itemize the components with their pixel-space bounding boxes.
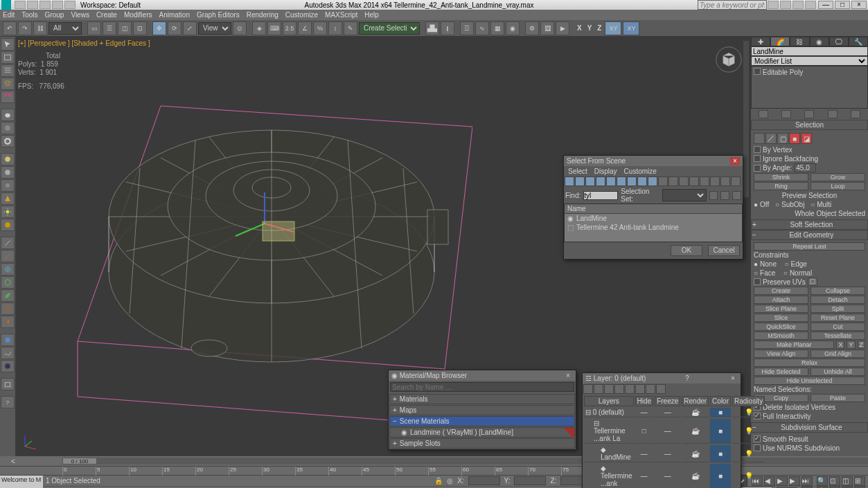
layer-col-hide[interactable]: Hide xyxy=(635,396,654,406)
layer-row-tellermine-la[interactable]: ⊟ Tellermine ...ank La□—☕■💡 xyxy=(584,419,765,444)
open-icon[interactable] xyxy=(27,1,38,9)
time-prev-icon[interactable]: < xyxy=(11,458,21,465)
menu-grapheditors[interactable]: Graph Editors xyxy=(197,11,240,19)
preview-subobj-radio[interactable]: SubObj xyxy=(781,201,804,208)
viewport-scrollbar[interactable] xyxy=(743,41,749,197)
menu-group[interactable]: Group xyxy=(45,11,64,19)
layer-close-button[interactable]: × xyxy=(728,374,738,383)
select-move-button[interactable]: ✥ xyxy=(152,21,166,35)
menu-rendering[interactable]: Rendering xyxy=(247,11,278,19)
constraint-face[interactable]: Face xyxy=(760,269,775,277)
snap-toggle-button[interactable]: 2.5 xyxy=(283,21,296,35)
pivot-button[interactable]: ⊙ xyxy=(233,21,247,35)
menu-edit[interactable]: Edit xyxy=(3,11,15,19)
named-selection-select[interactable]: Create Selection S xyxy=(359,22,420,35)
sfs-filter-space-icon[interactable] xyxy=(617,177,626,186)
layer-highlight-icon[interactable] xyxy=(625,384,635,394)
sfs-tb16[interactable] xyxy=(720,177,730,186)
flame-icon[interactable] xyxy=(1,316,15,328)
favorite-icon[interactable] xyxy=(780,1,791,9)
preserve-uv-settings[interactable]: ☐ xyxy=(808,278,817,286)
layer-row-tellermine-ank[interactable]: ◆ Tellermine ...ank——☕■💡 xyxy=(584,464,765,488)
layer-freeze-icon[interactable] xyxy=(646,384,655,394)
show-end-button[interactable] xyxy=(781,110,791,118)
view-cube-icon[interactable] xyxy=(714,45,743,74)
time-slider-handle[interactable]: 0 / 100 xyxy=(62,458,97,464)
sfs-filter-cam-icon[interactable] xyxy=(596,177,605,186)
sfs-filter-xref-icon[interactable] xyxy=(637,177,647,186)
layer-col-render[interactable]: Render xyxy=(682,396,709,406)
wand-icon[interactable] xyxy=(1,237,15,249)
view-align-button[interactable]: View Align xyxy=(754,350,808,358)
manipulate-button[interactable]: ◈ xyxy=(252,21,266,35)
subobj-border-icon[interactable]: ▢ xyxy=(777,133,788,144)
menu-help[interactable]: Help xyxy=(364,11,379,19)
sfs-tb17[interactable] xyxy=(731,177,741,186)
save-icon[interactable] xyxy=(39,1,51,9)
sfs-menu-customize[interactable]: Customize xyxy=(624,168,657,175)
angle-snap-button[interactable]: ∠ xyxy=(298,21,312,35)
pin-stack-button[interactable] xyxy=(759,110,768,118)
menu-tools[interactable]: Tools xyxy=(21,11,37,19)
sfs-cancel-button[interactable]: Cancel xyxy=(708,245,740,256)
help-icon[interactable] xyxy=(805,1,816,9)
minimize-button[interactable]: — xyxy=(818,1,833,9)
lock-icon[interactable]: 🔒 xyxy=(434,477,443,485)
by-angle-check[interactable] xyxy=(754,165,761,172)
menu-maxscript[interactable]: MAXScript xyxy=(325,11,357,19)
paste-named-button[interactable]: Paste xyxy=(811,394,865,402)
sfs-filter-light-icon[interactable] xyxy=(585,177,595,186)
align-button[interactable]: ⫿ xyxy=(441,21,454,35)
sfs-menu-select[interactable]: Select xyxy=(568,168,587,175)
planar-z[interactable]: Z xyxy=(858,341,866,349)
subobj-vertex-icon[interactable]: ⋮ xyxy=(754,133,765,144)
sfs-filter-helper-icon[interactable] xyxy=(606,177,616,186)
make-planar-button[interactable]: Make Planar xyxy=(754,341,834,349)
nav-fov-icon[interactable]: ◫ xyxy=(842,476,853,486)
repeat-last-button[interactable]: Repeat Last xyxy=(754,242,865,251)
sfs-list[interactable]: Name ◉LandMine ⬚Tellermine 42 Anti-tank … xyxy=(564,204,743,242)
layer-del-icon[interactable] xyxy=(594,384,603,394)
layers-icon[interactable] xyxy=(1,78,15,90)
sfs-row-landmine[interactable]: ◉LandMine xyxy=(565,214,742,223)
collapse-button[interactable]: Collapse xyxy=(811,287,865,295)
sfs-tb13[interactable] xyxy=(689,177,699,186)
nav-zoomall-icon[interactable]: ⊡ xyxy=(829,476,840,486)
reset-plane-button[interactable]: Reset Plane xyxy=(811,314,865,322)
sun-icon[interactable] xyxy=(1,206,15,218)
loop-button[interactable]: Loop xyxy=(811,182,865,190)
next-frame-icon[interactable]: ▶ xyxy=(789,476,800,486)
rollout-selection[interactable]: Selection xyxy=(751,120,868,130)
sfs-tb12[interactable] xyxy=(679,177,689,186)
render-button[interactable]: ▶ xyxy=(556,21,569,35)
layer-col-radiosity[interactable]: Radiosity xyxy=(732,396,765,406)
cone-icon[interactable] xyxy=(1,192,15,205)
rectangle-sel-icon[interactable] xyxy=(1,51,15,64)
curve-icon[interactable] xyxy=(1,347,15,359)
tab-utilities[interactable]: 🔧 xyxy=(849,37,868,46)
edit-named-sel-button[interactable]: ✎ xyxy=(344,21,357,35)
undo-icon[interactable] xyxy=(52,1,63,9)
select-rotate-button[interactable]: ⟳ xyxy=(168,21,181,35)
help-search-input[interactable] xyxy=(698,0,767,10)
constraint-none[interactable]: None xyxy=(760,260,777,268)
msmooth-button[interactable]: MSmooth xyxy=(754,332,808,340)
modstack-toggle[interactable] xyxy=(754,68,761,75)
layer-help-button[interactable]: ? xyxy=(682,374,692,382)
sfs-selset-b3[interactable] xyxy=(732,191,741,200)
select-scale-button[interactable]: ⤢ xyxy=(183,21,197,35)
layer-col-color[interactable]: Color xyxy=(710,396,731,406)
mat-cat-sample[interactable]: +Sample Slots xyxy=(389,438,575,449)
axis-x[interactable]: X xyxy=(575,24,584,32)
axis-y[interactable]: Y xyxy=(585,24,594,32)
question-icon[interactable]: ? xyxy=(1,396,15,408)
play-icon[interactable]: ▶ xyxy=(777,476,788,486)
blob-icon[interactable] xyxy=(1,302,15,315)
slice-plane-button[interactable]: Slice Plane xyxy=(754,305,808,313)
preview-multi-radio[interactable]: Multi xyxy=(817,201,831,208)
preserve-uv-check[interactable] xyxy=(754,278,761,285)
preview-off-radio[interactable]: Off xyxy=(760,201,769,208)
mat-search-input[interactable] xyxy=(390,382,574,392)
sfs-selset-b2[interactable] xyxy=(720,191,729,200)
signin-icon[interactable] xyxy=(768,1,779,9)
